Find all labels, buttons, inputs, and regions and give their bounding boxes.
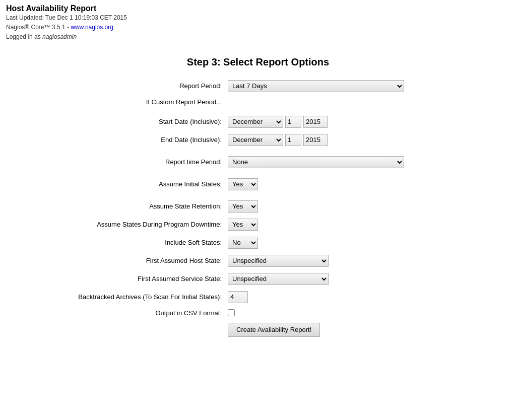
assume-state-retention-label: Assume State Retention: xyxy=(11,202,228,210)
page-header: Host Availability Report Last Updated: T… xyxy=(0,0,516,46)
options-form: Report Period: Last 7 Days Last 30 Days … xyxy=(11,80,505,337)
start-date-row: Start Date (Inclusive): JanuaryFebruaryM… xyxy=(11,116,505,128)
report-period-control: Last 7 Days Last 30 Days Last 90 Days Th… xyxy=(228,80,505,92)
first-assumed-host-state-label: First Assumed Host State: xyxy=(11,257,228,264)
end-date-row: End Date (Inclusive): JanuaryFebruaryMar… xyxy=(11,134,505,146)
assume-states-downtime-label: Assume States During Program Downtime: xyxy=(11,221,228,228)
logged-in-prefix: Logged in as xyxy=(6,33,42,40)
first-assumed-host-state-select[interactable]: Unspecified Up Down Unreachable xyxy=(228,255,329,267)
backtracked-archives-control: 4 xyxy=(228,291,505,303)
report-period-row: Report Period: Last 7 Days Last 30 Days … xyxy=(11,80,505,92)
output-csv-label: Output in CSV Format: xyxy=(11,309,228,317)
end-date-control: JanuaryFebruaryMarch AprilMayJune JulyAu… xyxy=(228,134,505,146)
report-time-period-select[interactable]: None xyxy=(228,156,404,168)
main-content: Step 3: Select Report Options Report Per… xyxy=(0,46,516,348)
assume-initial-states-label: Assume Initial States: xyxy=(11,180,228,188)
first-assumed-host-state-control: Unspecified Up Down Unreachable xyxy=(228,255,505,267)
end-month-select[interactable]: JanuaryFebruaryMarch AprilMayJune JulyAu… xyxy=(228,134,283,146)
header-meta: Last Updated: Tue Dec 1 10:19:03 CET 201… xyxy=(6,13,510,42)
report-time-period-control: None xyxy=(228,156,505,168)
first-assumed-service-state-control: Unspecified OK Warning Unknown Critical xyxy=(228,273,505,285)
last-updated: Last Updated: Tue Dec 1 10:19:03 CET 201… xyxy=(6,14,127,21)
report-period-label: Report Period: xyxy=(11,82,228,90)
custom-period-label: If Custom Report Period... xyxy=(11,98,228,106)
assume-states-downtime-select[interactable]: Yes No xyxy=(228,219,258,231)
backtracked-archives-input[interactable]: 4 xyxy=(228,291,248,303)
assume-initial-states-row: Assume Initial States: Yes No xyxy=(11,178,505,190)
custom-period-row: If Custom Report Period... xyxy=(11,98,505,106)
start-day-input[interactable]: 1 xyxy=(285,116,301,128)
create-availability-report-button[interactable]: Create Availability Report! xyxy=(228,323,320,337)
include-soft-states-select[interactable]: Yes No xyxy=(228,237,258,249)
backtracked-archives-row: Backtracked Archives (To Scan For Initia… xyxy=(11,291,505,303)
start-year-input[interactable]: 2015 xyxy=(303,116,328,128)
report-time-period-row: Report time Period: None xyxy=(11,156,505,168)
assume-states-downtime-row: Assume States During Program Downtime: Y… xyxy=(11,219,505,231)
first-assumed-service-state-select[interactable]: Unspecified OK Warning Unknown Critical xyxy=(228,273,329,285)
start-month-select[interactable]: JanuaryFebruaryMarch AprilMayJune JulyAu… xyxy=(228,116,283,128)
include-soft-states-label: Include Soft States: xyxy=(11,239,228,246)
create-button-row: Create Availability Report! xyxy=(11,323,505,337)
end-date-label: End Date (Inclusive): xyxy=(11,136,228,144)
include-soft-states-row: Include Soft States: Yes No xyxy=(11,237,505,249)
step-title: Step 3: Select Report Options xyxy=(10,56,506,68)
assume-state-retention-select[interactable]: Yes No xyxy=(228,200,258,213)
page-title-header: Host Availability Report xyxy=(6,4,510,13)
end-year-input[interactable]: 2015 xyxy=(303,134,328,146)
assume-state-retention-control: Yes No xyxy=(228,200,505,213)
create-button-area: Create Availability Report! xyxy=(228,323,505,337)
first-assumed-host-state-row: First Assumed Host State: Unspecified Up… xyxy=(11,255,505,267)
first-assumed-service-state-row: First Assumed Service State: Unspecified… xyxy=(11,273,505,285)
nagios-link[interactable]: www.nagios.org xyxy=(71,24,113,31)
backtracked-archives-label: Backtracked Archives (To Scan For Initia… xyxy=(11,293,228,301)
logged-in-user: nagiosadmin xyxy=(42,33,77,40)
start-date-label: Start Date (Inclusive): xyxy=(11,118,228,125)
assume-initial-states-select[interactable]: Yes No xyxy=(228,178,258,190)
output-csv-row: Output in CSV Format: xyxy=(11,309,505,317)
assume-state-retention-row: Assume State Retention: Yes No xyxy=(11,200,505,213)
include-soft-states-control: Yes No xyxy=(228,237,505,249)
nagios-version: Nagios® Core™ 3.5.1 - xyxy=(6,24,71,31)
start-date-control: JanuaryFebruaryMarch AprilMayJune JulyAu… xyxy=(228,116,505,128)
output-csv-control xyxy=(228,309,505,316)
first-assumed-service-state-label: First Assumed Service State: xyxy=(11,275,228,283)
end-day-input[interactable]: 1 xyxy=(285,134,301,146)
report-period-select[interactable]: Last 7 Days Last 30 Days Last 90 Days Th… xyxy=(228,80,404,92)
output-csv-checkbox[interactable] xyxy=(228,309,235,316)
assume-states-downtime-control: Yes No xyxy=(228,219,505,231)
assume-initial-states-control: Yes No xyxy=(228,178,505,190)
report-time-period-label: Report time Period: xyxy=(11,158,228,166)
